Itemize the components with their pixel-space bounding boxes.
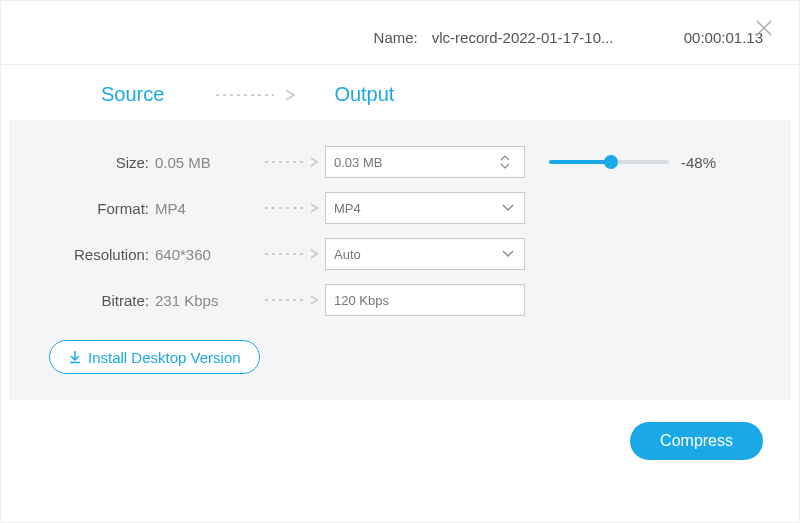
compress-dialog: Name: vlc-record-2022-01-17-10... 00:00:… [0, 0, 800, 523]
resolution-output-select[interactable]: Auto [325, 238, 525, 270]
resolution-row: Resolution: 640*360 Auto [45, 234, 755, 274]
bitrate-source-value: 231 Kbps [155, 292, 265, 309]
close-icon [753, 17, 775, 39]
format-output-value: MP4 [334, 201, 500, 216]
stepper-icon [500, 155, 516, 169]
file-duration: 00:00:01.13 [684, 29, 763, 46]
dialog-footer: Compress [1, 400, 799, 482]
size-slider-group: -48% [549, 154, 716, 171]
install-desktop-button[interactable]: Install Desktop Version [49, 340, 260, 374]
resolution-output-value: Auto [334, 247, 500, 262]
size-output-value: 0.03 MB [334, 155, 500, 170]
size-percent: -48% [681, 154, 716, 171]
compress-button[interactable]: Compress [630, 422, 763, 460]
format-output-select[interactable]: MP4 [325, 192, 525, 224]
format-label: Format: [45, 200, 155, 217]
download-icon [68, 350, 82, 364]
arrow-icon [265, 295, 325, 305]
file-name: vlc-record-2022-01-17-10... [432, 29, 642, 46]
install-desktop-label: Install Desktop Version [88, 349, 241, 366]
column-headings: Source Output [1, 65, 799, 120]
bitrate-output-input[interactable]: 120 Kbps [325, 284, 525, 316]
source-heading: Source [101, 83, 164, 106]
size-row: Size: 0.05 MB 0.03 MB -48% [45, 142, 755, 182]
arrow-icon [214, 88, 304, 102]
name-label: Name: [374, 29, 418, 46]
size-output-stepper[interactable]: 0.03 MB [325, 146, 525, 178]
close-button[interactable] [753, 17, 775, 39]
output-heading: Output [334, 83, 394, 106]
slider-thumb[interactable] [604, 155, 618, 169]
bitrate-output-value: 120 Kbps [334, 293, 516, 308]
arrow-icon [265, 249, 325, 259]
slider-fill [549, 160, 611, 164]
bitrate-row: Bitrate: 231 Kbps 120 Kbps [45, 280, 755, 320]
file-header: Name: vlc-record-2022-01-17-10... 00:00:… [1, 1, 799, 64]
bitrate-label: Bitrate: [45, 292, 155, 309]
size-source-value: 0.05 MB [155, 154, 265, 171]
arrow-icon [265, 157, 325, 167]
size-label: Size: [45, 154, 155, 171]
settings-panel: Size: 0.05 MB 0.03 MB -48% Format: [9, 120, 791, 400]
arrow-icon [265, 203, 325, 213]
resolution-label: Resolution: [45, 246, 155, 263]
resolution-source-value: 640*360 [155, 246, 265, 263]
format-row: Format: MP4 MP4 [45, 188, 755, 228]
chevron-down-icon [500, 204, 516, 212]
format-source-value: MP4 [155, 200, 265, 217]
size-slider[interactable] [549, 160, 669, 164]
chevron-down-icon [500, 250, 516, 258]
